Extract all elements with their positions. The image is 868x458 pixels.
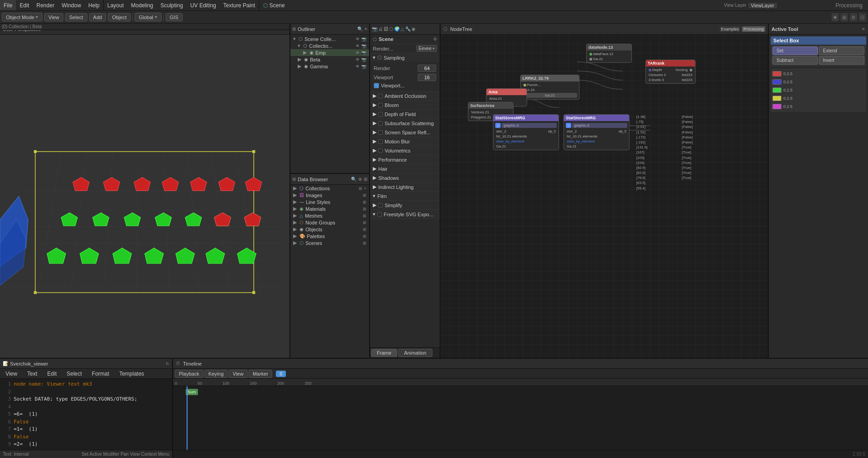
keying-menu[interactable]: Keying	[204, 370, 228, 378]
global-btn[interactable]: Global ▾	[135, 13, 162, 21]
scene-settings-icon[interactable]: ⚙	[433, 37, 437, 41]
sampling-header[interactable]: ▾ ⬡ Sampling	[370, 53, 440, 62]
ao-header[interactable]: ▶ Ambient Occlusion	[370, 92, 440, 100]
modifier-icon[interactable]: 🔧	[405, 26, 411, 31]
vis-icon5[interactable]: 👁	[355, 64, 360, 69]
snap-btn[interactable]: ⊕	[832, 13, 839, 21]
vol-header[interactable]: ▶ Volumetrics	[370, 146, 440, 155]
fs-check[interactable]	[377, 212, 382, 217]
db-mesh-act[interactable]: ⊞	[363, 214, 366, 218]
current-frame-input[interactable]: 0	[276, 371, 286, 377]
select-btn[interactable]: Select	[65, 13, 87, 21]
db-scene-act[interactable]: ⊞	[363, 241, 366, 245]
playback-menu[interactable]: Playback	[175, 370, 203, 378]
motionblur-header[interactable]: ▶ Motion Blur	[370, 137, 440, 146]
mode-set-btn[interactable]: Set	[772, 46, 818, 55]
node-lrrk2[interactable]: LRRK2_32.79 Punch... X.10 Ga.21	[520, 75, 579, 100]
node-statstores2[interactable]: StatStoresMRG p graphic.d stor_2sfp_5 fs…	[563, 114, 629, 150]
view-layer-selector[interactable]: ViewLayer	[748, 3, 777, 8]
mode-extend-btn[interactable]: Extend	[819, 46, 864, 55]
world-icon[interactable]: 🌍	[394, 26, 400, 31]
sss-check[interactable]	[378, 121, 383, 126]
shading-btn[interactable]: ⬡	[859, 13, 866, 21]
outliner-emp[interactable]: ▶ ◉ Emp 👁 📷	[290, 49, 369, 56]
color-row-1[interactable]: 0.2.5	[772, 70, 864, 77]
filter-icon[interactable]: ≡	[365, 26, 367, 31]
color-row-4[interactable]: 0.2.5	[772, 95, 864, 102]
view-icon[interactable]: 🖼	[384, 26, 388, 31]
render-samples-value[interactable]: 64	[418, 65, 436, 72]
vis-icon4[interactable]: 👁	[355, 57, 360, 62]
db-obj-act[interactable]: ⊞	[363, 227, 366, 232]
node-datanode[interactable]: dataNode.13 dataFace.12 Ga.21	[586, 44, 632, 63]
menu-edit[interactable]: Edit	[16, 0, 33, 10]
db-collections[interactable]: ▶ ⬡ Collections ⊞ +	[290, 185, 369, 192]
cam-icon[interactable]: 📷	[361, 37, 366, 41]
simplify-header[interactable]: ▶ Simplify	[370, 201, 440, 209]
vis-icon3[interactable]: 👁	[355, 51, 360, 55]
viewport-canvas[interactable]	[0, 35, 289, 358]
workspace-modeling[interactable]: Modeling	[127, 0, 157, 10]
dof-header[interactable]: ▶ Depth of Field	[370, 110, 440, 118]
db-images[interactable]: ▶ 🖼 Images ⊞	[290, 192, 369, 198]
workspace-uv-editing[interactable]: UV Editing	[187, 0, 220, 10]
scene-icon2[interactable]: ⬡	[389, 26, 393, 31]
node-editor[interactable]: ⬡ NodeTree Examples Processing dataN	[441, 24, 768, 358]
sss-header[interactable]: ▶ Subsurface Scattering	[370, 119, 440, 127]
node-blue-btn[interactable]: p	[495, 123, 501, 128]
db-objects[interactable]: ▶ ◉ Objects ⊞	[290, 226, 369, 233]
proportional-btn[interactable]: ◎	[841, 13, 848, 21]
workspace-texture-paint[interactable]: Texture Paint	[220, 0, 259, 10]
db-nodegroups[interactable]: ▶ ⬡ Node Groups ⊞	[290, 219, 369, 226]
mode-subtract-btn[interactable]: Subtract	[772, 56, 818, 65]
db-ng-act[interactable]: ⊞	[363, 220, 366, 225]
film-header[interactable]: ▾ Film	[370, 192, 440, 200]
workspace-sculpting[interactable]: Sculpting	[157, 0, 187, 10]
bloom-header[interactable]: ▶ Bloom	[370, 101, 440, 109]
node-statstores1[interactable]: StatStoresMRG p graphic.d stor_2sfp_5 fs…	[493, 114, 559, 150]
node-blue-btn2[interactable]: p	[566, 123, 571, 128]
frame-tab[interactable]: Frame	[371, 349, 397, 357]
db-scenes[interactable]: ▶ ⬡ Scenes ⊞	[290, 239, 369, 246]
ssr-check[interactable]	[378, 130, 383, 135]
view-menu[interactable]: View	[228, 370, 248, 378]
active-tool-close-icon[interactable]: ✕	[862, 27, 865, 31]
fs-header[interactable]: ▾ Freestyle SVG Expo...	[370, 210, 440, 219]
animation-tab[interactable]: Animation	[398, 349, 432, 357]
text-select-menu[interactable]: Select	[63, 369, 86, 378]
color-row-3[interactable]: 0.2.5	[772, 87, 864, 94]
cam-icon5[interactable]: 📷	[361, 64, 366, 69]
color-row-5[interactable]: 0.2.5	[772, 103, 864, 110]
marker-menu[interactable]: Marker	[249, 370, 272, 378]
db-mat-act[interactable]: ⊞	[363, 207, 366, 211]
perf-header[interactable]: ▶ Performance	[370, 155, 440, 164]
menu-file[interactable]: File	[0, 0, 16, 10]
text-edit-menu[interactable]: Edit	[44, 369, 61, 378]
gis-btn[interactable]: GIS	[166, 13, 183, 21]
vis-icon2[interactable]: 👁	[355, 44, 360, 48]
db-materials[interactable]: ▶ ◉ Materials ⊞	[290, 205, 369, 212]
simplify-check[interactable]	[378, 203, 383, 208]
mb-check[interactable]	[378, 139, 383, 144]
vis-icon[interactable]: 👁	[355, 37, 360, 41]
viewport-denoising-check[interactable]	[374, 83, 379, 88]
bloom-check[interactable]	[378, 103, 383, 107]
db-search-icon[interactable]: 🔍	[351, 177, 356, 182]
db-extra-icon[interactable]: ⊕	[358, 177, 362, 182]
ssr-header[interactable]: ▶ Screen Space Refl...	[370, 128, 440, 137]
timeline-body[interactable]: 0 50 100 150 200 250 Sum	[173, 379, 868, 458]
view-btn[interactable]: View	[44, 13, 63, 21]
outliner-gamma[interactable]: ▶ ◉ Gamma 👁 📷	[290, 63, 369, 70]
object-btn[interactable]: Object	[108, 13, 131, 21]
menu-render[interactable]: Render	[33, 0, 58, 10]
cam-icon3[interactable]: 📷	[361, 51, 366, 55]
node-canvas[interactable]: dataNode.13 dataFace.12 Ga.21 TARrank De…	[441, 35, 768, 358]
db-linestyles[interactable]: ▶ — Line Styles ⊞	[290, 198, 369, 205]
db-meshes[interactable]: ▶ △ Meshes ⊞	[290, 212, 369, 219]
material-icon[interactable]: ◉	[411, 26, 416, 31]
add-btn[interactable]: Add	[89, 13, 107, 21]
mode-invert-btn[interactable]: Invert	[819, 56, 864, 65]
db-pal-act[interactable]: ⊞	[363, 234, 366, 239]
color-row-2[interactable]: 0.2.5	[772, 78, 864, 86]
viewport-3d[interactable]: User Perspective (0) Collection | Beta □…	[0, 24, 290, 358]
